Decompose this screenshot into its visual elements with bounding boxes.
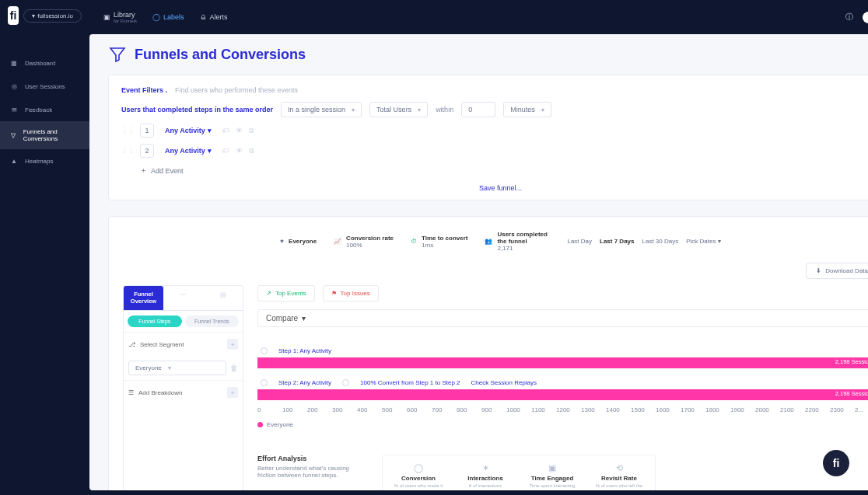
user-scope-select[interactable]: Total Users [369,102,428,117]
bar-value: 2,198 Sessions [835,390,868,397]
tab-blank-2[interactable]: ▤ [203,286,243,310]
pill-funnel-trends[interactable]: Funnel Trends [185,315,240,327]
tag-icon[interactable]: 🏷 [222,147,229,155]
within-unit-select[interactable]: Minutes [503,102,551,117]
funnel-chart-panel: ↗Top Events ⚑Top Issues Compare ▾ Step 1… [257,285,868,490]
sidebar-item-funnels[interactable]: ▽ Funnels and Conversions [0,121,89,149]
add-event-button[interactable]: ＋ Add Event [140,166,868,176]
plus-icon[interactable]: + [227,339,238,350]
topnav-labels[interactable]: ◯ Labels [152,13,184,21]
convert-rate-note: 100% Convert from Step 1 to Step 2 [360,379,460,386]
select-segment-row[interactable]: ⎇ Select Segment + [124,332,243,356]
segment-everyone[interactable]: ♥Everyone [280,238,317,245]
event-filters-title: Event Filters . [121,86,167,94]
sidebar-item-dashboard[interactable]: ▦ Dashboard [0,51,89,75]
radio-icon[interactable] [261,379,268,386]
axis-tick: 1300 [581,406,604,413]
chip-label: Top Issues [341,290,370,297]
stat-label: Time to convert [422,235,467,242]
date-last-30-days[interactable]: Last 30 Days [642,238,678,245]
flag-icon: ⚑ [331,290,337,297]
sidebar-item-user-sessions[interactable]: ◎ User Sessions [0,75,89,98]
sidebar-item-heatmaps[interactable]: ▲ Heatmaps [0,149,89,173]
layers-icon: ☰ [128,389,134,396]
eye-icon[interactable]: 👁 [236,147,243,155]
funnel-step-row: ⋮⋮ 2 Any Activity ▾ 🏷 👁 ⧉ [121,144,868,158]
radio-icon[interactable] [261,347,268,354]
effort-analysis-sub: Better understand what's causing frictio… [257,465,359,479]
effort-analysis-title: Effort Analysis [257,455,359,462]
conversion-icon: ◯ [394,463,443,473]
eye-icon[interactable]: 👁 [236,127,243,134]
add-breakdown-row[interactable]: ☰ Add Breakdown + [124,380,243,404]
funnel-step-row: ⋮⋮ 1 Any Activity ▾ 🏷 👁 ⧉ [121,124,868,138]
sidebar: fi ▾ fullsession.io ▦ Dashboard ◎ User S… [0,0,89,495]
users-completed-stat: 👥Users completed the funnel2,171 [485,231,550,252]
sidebar-item-label: Dashboard [25,60,55,67]
within-value-input[interactable] [461,102,495,117]
bell-icon: 🕭 [200,13,207,21]
copy-icon[interactable]: ⧉ [249,127,254,135]
sidebar-item-feedback[interactable]: ✉ Feedback [0,98,89,121]
funnel-bar-step-1: 2,198 Sessions [257,357,868,368]
chart-x-axis: 0100200300400500600700800900100011001200… [257,406,868,413]
branch-icon: ⎇ [128,341,135,348]
tag-icon[interactable]: 🏷 [222,127,229,134]
date-last-day[interactable]: Last Day [567,238,592,245]
session-replays-link[interactable]: Check Session Replays [471,379,537,386]
copy-icon[interactable]: ⧉ [249,147,254,155]
axis-tick: 2000 [755,406,779,413]
drag-handle-icon[interactable]: ⋮⋮ [121,147,134,155]
help-float-button[interactable]: fi [823,450,849,476]
flame-icon: ▲ [9,156,19,166]
trash-icon[interactable]: 🗑 [230,364,238,372]
axis-tick: 2100 [780,406,803,413]
save-funnel-button[interactable]: Save funnel... [479,184,522,192]
activity-select[interactable]: Any Activity ▾ [160,125,216,136]
axis-tick: 1000 [506,406,530,413]
chevron-down-icon: ▾ [32,12,35,19]
axis-tick: 1100 [531,406,555,413]
add-event-label: Add Event [151,167,184,175]
tab-funnel-overview[interactable]: Funnel Overview [124,286,163,310]
pill-funnel-steps[interactable]: Funnel Steps [128,315,182,327]
download-data-button[interactable]: ⬇Download Data [806,263,868,279]
drag-handle-icon[interactable]: ⋮⋮ [121,127,134,134]
compare-button[interactable]: Compare ▾ [257,309,868,327]
chart-legend: Everyone [257,421,868,428]
grid-icon: ▤ [220,291,226,298]
axis-tick: 2200 [805,406,828,413]
activity-value: Any Activity [165,147,205,155]
activity-select[interactable]: Any Activity ▾ [160,145,216,156]
axis-tick: 1700 [681,406,704,413]
compare-label: Compare [266,314,298,322]
effort-metrics-header: ◯Conversion% of users who made it to the… [382,455,656,490]
funnel-bar-step-2: 2,198 Sessions [257,389,868,400]
axis-tick: 500 [382,406,405,413]
radio-icon[interactable] [342,379,349,386]
topnav-alerts[interactable]: 🕭 Alerts [200,13,228,21]
axis-tick: 900 [481,406,505,413]
segment-select[interactable]: Everyone [128,361,226,375]
top-issues-chip[interactable]: ⚑Top Issues [323,285,379,302]
date-pick[interactable]: Pick Dates ▾ [686,238,720,245]
topnav-sub: for Funnels [114,19,137,23]
tab-blank-1[interactable]: 〰 [163,286,203,310]
axis-tick: 100 [282,406,306,413]
select-value: In a single session [288,106,345,113]
site-selector[interactable]: ▾ fullsession.io [23,9,82,23]
topnav-library[interactable]: ▣ Library for Funnels [103,11,137,23]
metric-title: Time Engaged [527,475,577,482]
info-icon[interactable]: ⓘ [845,12,853,23]
event-filters-hint: Find users who performed these events [175,86,298,94]
dashboard-icon: ▦ [9,58,19,68]
date-last-7-days[interactable]: Last 7 Days [600,238,634,245]
within-label: within [436,106,453,113]
plus-icon[interactable]: + [227,387,238,398]
user-menu[interactable]: F. SEO [863,12,868,23]
arrow-up-icon: ↗ [266,290,271,297]
step-name: Step 1: Any Activity [278,347,331,354]
top-events-chip[interactable]: ↗Top Events [257,285,315,302]
date-pick-label: Pick Dates [686,238,716,245]
session-scope-select[interactable]: In a single session [281,102,362,117]
